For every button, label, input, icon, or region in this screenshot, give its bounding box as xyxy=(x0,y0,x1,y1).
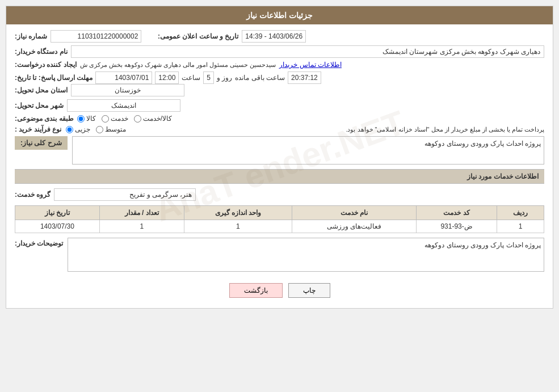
purchase-medium-item: متوسط xyxy=(96,125,126,133)
purchase-process-text: پرداخت تمام یا بخشی از مبلغ خریدار از مح… xyxy=(131,126,544,133)
deadline-time: 12:00 xyxy=(155,71,179,84)
deadline-remaining-label: ساعت باقی مانده xyxy=(235,74,285,82)
creator-label: ایجاد کننده درخواست: xyxy=(15,61,77,69)
col-row: ردیف xyxy=(497,206,544,220)
category-goods-label: کالا xyxy=(86,115,96,123)
buyer-desc-value: پروژه احداث پارک ورودی روستای دوکوهه xyxy=(68,238,544,272)
cell-name: فعالیت‌های ورزشی xyxy=(292,220,417,233)
purchase-type-label: نوع فرآیند خرید : xyxy=(15,125,61,133)
cell-unit: 1 xyxy=(184,220,292,233)
service-info-header: اطلاعات خدمات مورد نیاز xyxy=(15,169,544,184)
cell-quantity: 1 xyxy=(99,220,184,233)
deadline-days: 5 xyxy=(203,71,214,84)
city-row: اندیمشک شهر محل تحویل: xyxy=(15,99,544,112)
category-goods-service-radio[interactable] xyxy=(134,115,141,123)
province-value: خوزستان xyxy=(71,84,184,96)
creator-name: سیدحسین حسینی مسئول امور مالی دهیاری شهر… xyxy=(80,61,276,69)
page-container: جزئیات اطلاعات نیاز AnaT ender.NET 1403/… xyxy=(0,0,559,392)
need-number-value: 1103101220000002 xyxy=(51,30,141,43)
buyer-desc-label: توضیحات خریدار: xyxy=(15,238,63,247)
province-row: خوزستان استان محل تحویل: xyxy=(15,84,544,96)
main-panel: جزئیات اطلاعات نیاز AnaT ender.NET 1403/… xyxy=(6,6,553,309)
buyer-desc-row: پروژه احداث پارک ورودی روستای دوکوهه توض… xyxy=(15,238,544,272)
services-table-section: ردیف کد خدمت نام خدمت واحد اندازه گیری ت… xyxy=(15,205,544,233)
deadline-time-label: ساعت xyxy=(182,74,200,82)
announcement-value: 1403/06/26 - 14:39 xyxy=(242,30,306,43)
creator-contact-link[interactable]: اطلاعات تماس خریدار xyxy=(279,61,342,69)
category-label: طبقه بندی موضوعی: xyxy=(15,115,74,123)
purchase-type-row: پرداخت تمام یا بخشی از مبلغ خریدار از مح… xyxy=(15,125,544,133)
category-goods-service-item: کالا/خدمت xyxy=(134,115,172,123)
purchase-medium-radio[interactable] xyxy=(96,126,103,133)
announcement-label: تاریخ و ساعت اعلان عمومی: xyxy=(158,32,238,40)
category-goods-item: کالا xyxy=(77,115,96,123)
category-service-radio[interactable] xyxy=(102,115,109,123)
city-label: شهر محل تحویل: xyxy=(15,102,64,109)
print-button[interactable]: چاپ xyxy=(288,283,330,298)
back-button[interactable]: بازگشت xyxy=(229,283,283,298)
city-value: اندیمشک xyxy=(67,99,180,112)
province-label: استان محل تحویل: xyxy=(15,86,68,94)
service-group-row: هنر، سرگرمی و تفریح گروه خدمت: xyxy=(15,188,544,201)
category-service-label: خدمت xyxy=(111,115,128,123)
need-number-label: شماره نیاز: xyxy=(15,32,47,40)
category-radio-group: کالا/خدمت خدمت کالا xyxy=(77,115,172,123)
services-table: ردیف کد خدمت نام خدمت واحد اندازه گیری ت… xyxy=(15,205,544,233)
purchase-partial-label: جزیی xyxy=(75,125,90,133)
purchase-partial-item: جزیی xyxy=(66,125,90,133)
creator-row: اطلاعات تماس خریدار سیدحسین حسینی مسئول … xyxy=(15,61,544,69)
category-service-item: خدمت xyxy=(102,115,128,123)
deadline-label: مهلت ارسال پاسخ: تا تاریخ: xyxy=(15,74,93,82)
cell-row: 1 xyxy=(497,220,544,233)
col-date: تاریخ نیاز xyxy=(15,206,100,220)
purchase-medium-label: متوسط xyxy=(105,125,126,133)
purchase-partial-radio[interactable] xyxy=(66,126,73,133)
announcement-row: 1403/06/26 - 14:39 تاریخ و ساعت اعلان عم… xyxy=(15,30,544,43)
need-desc-row: پروژه احداث پارک ورودی روستای دوکوهه شرح… xyxy=(15,136,544,165)
service-group-label: گروه خدمت: xyxy=(15,191,51,199)
deadline-remaining: 20:37:12 xyxy=(288,71,321,84)
buyer-org-label: نام دستگاه خریدار: xyxy=(15,48,68,56)
category-goods-service-label: کالا/خدمت xyxy=(143,115,172,123)
service-group-value: هنر، سرگرمی و تفریح xyxy=(54,188,196,201)
page-title: جزئیات اطلاعات نیاز xyxy=(6,6,553,24)
cell-code: ض-93-931 xyxy=(417,220,497,233)
need-desc-value: پروژه احداث پارک ورودی روستای دوکوهه xyxy=(72,136,544,165)
deadline-date: 1403/07/01 xyxy=(95,71,152,84)
col-name: نام خدمت xyxy=(292,206,417,220)
cell-date: 1403/07/30 xyxy=(15,220,100,233)
content-area: AnaT ender.NET 1403/06/26 - 14:39 تاریخ … xyxy=(6,24,553,308)
bottom-buttons: چاپ بازگشت xyxy=(15,276,544,302)
buyer-org-value: دهیاری شهرک دوکوهه بخش مرکزی شهرستان اند… xyxy=(71,45,544,58)
deadline-row: 20:37:12 ساعت باقی مانده روز و 5 ساعت 12… xyxy=(15,71,544,84)
deadline-day-label: روز و xyxy=(217,74,232,82)
col-unit: واحد اندازه گیری xyxy=(184,206,292,220)
need-desc-label: شرح کلی نیاز: xyxy=(15,136,68,150)
table-row: 1 ض-93-931 فعالیت‌های ورزشی 1 1 1403/07/… xyxy=(15,220,544,233)
col-quantity: تعداد / مقدار xyxy=(99,206,184,220)
col-code: کد خدمت xyxy=(417,206,497,220)
purchase-radio-group: متوسط جزیی xyxy=(66,125,126,133)
category-goods-radio[interactable] xyxy=(77,115,85,123)
buyer-org-row: دهیاری شهرک دوکوهه بخش مرکزی شهرستان اند… xyxy=(15,45,544,58)
category-row: کالا/خدمت خدمت کالا طبقه بندی موضوعی: xyxy=(15,115,544,123)
